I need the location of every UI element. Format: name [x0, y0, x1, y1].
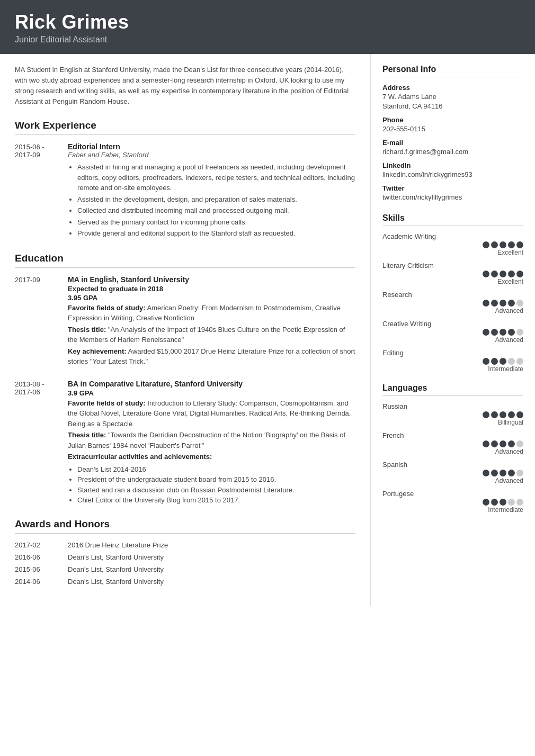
- awards-section-title: Awards and Honors: [15, 518, 355, 530]
- lang-dot: [516, 411, 523, 418]
- lang-spanish: Spanish Advanced: [382, 461, 523, 484]
- work-bullets-list: Assisted in hiring and managing a pool o…: [77, 162, 355, 239]
- work-bullet-2: Assisted in the development, design, and…: [77, 194, 355, 205]
- skill-dot: [500, 329, 506, 336]
- lang-dot: [508, 470, 515, 476]
- skill-dot: [500, 271, 506, 277]
- skill-dot: [491, 241, 498, 248]
- personal-info-address-label: Address: [382, 84, 523, 92]
- body-wrapper: MA Student in English at Stanford Univer…: [0, 54, 535, 606]
- lang-dot: [500, 440, 506, 447]
- lang-level-spanish: Advanced: [382, 477, 523, 484]
- edu-date-ba: 2013-08 -2017-06: [15, 380, 68, 506]
- lang-dot: [483, 470, 489, 476]
- personal-info-email-value: richard.f.grimes@gmail.com: [382, 147, 523, 157]
- lang-dot: [491, 440, 498, 447]
- award-entry-4: 2014-06 Dean's List, Stanford University: [15, 578, 355, 586]
- lang-dots-portugese: [382, 499, 523, 506]
- skills-title: Skills: [382, 213, 523, 223]
- lang-name-french: French: [382, 431, 523, 439]
- skill-dot: [508, 300, 515, 307]
- edu-extra-heading-ba: Extracurricular activities and achieveme…: [68, 453, 212, 461]
- lang-dot: [500, 470, 506, 476]
- edu-gpa-ma: 3.95 GPA: [68, 294, 355, 302]
- edu-expected-ma: Expected to graduate in 2018: [68, 285, 355, 293]
- lang-dot: [508, 411, 515, 418]
- edu-extra-bullets-ba: Dean's List 2014-2016 President of the u…: [77, 464, 355, 506]
- edu-divider: [15, 267, 355, 268]
- award-entry-1: 2017-02 2016 Drue Heinz Literature Prize: [15, 541, 355, 549]
- edu-extra-bullet-2: President of the undergraduate student b…: [77, 474, 355, 485]
- personal-info-twitter-label: Twitter: [382, 184, 523, 192]
- edu-section-title: Education: [15, 253, 355, 264]
- skill-dot: [508, 329, 515, 336]
- candidate-title: Junior Editorial Assistant: [15, 35, 520, 44]
- edu-thesis-ba: Thesis title: "Towards the Derridian Dec…: [68, 430, 355, 451]
- lang-russian: Russian Billingual: [382, 402, 523, 426]
- edu-degree-ma: MA in English, Stanford University: [68, 275, 355, 284]
- edu-thesis-ma: Thesis title: "An Analysis of the Impact…: [68, 325, 355, 345]
- main-column: MA Student in English at Stanford Univer…: [0, 54, 371, 606]
- personal-info-linkedin-value: linkedin.com/in/rickygrimes93: [382, 170, 523, 180]
- edu-details-ba: BA in Comparative Litarature, Stanford U…: [68, 380, 355, 506]
- edu-favorite-ma: Favorite fields of study: American Poetr…: [68, 303, 355, 323]
- edu-degree-ba: BA in Comparative Litarature, Stanford U…: [68, 380, 355, 388]
- lang-dots-french: [382, 440, 523, 447]
- skill-dot: [500, 358, 506, 365]
- skill-editing: Editing Intermediate: [382, 349, 523, 373]
- lang-dots-spanish: [382, 470, 523, 476]
- edu-extra-bullet-1: Dean's List 2014-2016: [77, 464, 355, 475]
- skill-dot: [516, 358, 523, 365]
- lang-name-spanish: Spanish: [382, 461, 523, 469]
- award-text-1: 2016 Drue Heinz Literature Prize: [68, 541, 168, 549]
- skill-dot: [483, 271, 489, 277]
- lang-dots-russian: [382, 411, 523, 418]
- skill-dot: [516, 329, 523, 336]
- edu-thesis-text-ba: "Towards the Derridian Decostruction of …: [68, 431, 345, 449]
- skill-dot: [483, 329, 489, 336]
- work-details: Editorial Intern Faber and Faber, Stanfo…: [68, 142, 355, 240]
- skills-section: Skills Academic Writing Excellent Litera…: [382, 213, 523, 373]
- personal-info-title: Personal Info: [382, 65, 523, 74]
- skill-dots-literary: [382, 271, 523, 277]
- education-section: Education 2017-09 MA in English, Stanfor…: [15, 253, 355, 506]
- work-section-title: Work Experience: [15, 120, 355, 131]
- lang-name-russian: Russian: [382, 402, 523, 410]
- award-date-3: 2015-06: [15, 565, 68, 573]
- lang-dot: [483, 440, 489, 447]
- languages-title: Languages: [382, 383, 523, 393]
- skill-dot: [508, 241, 515, 248]
- sidebar: Personal Info Address 7 W. Adams LaneSta…: [371, 54, 535, 539]
- skill-level-academic: Excellent: [382, 249, 523, 256]
- skill-name-academic: Academic Writing: [382, 232, 523, 240]
- skill-academic-writing: Academic Writing Excellent: [382, 232, 523, 256]
- edu-favorite-label-ba: Favorite fields of study:: [68, 399, 146, 407]
- award-text-4: Dean's List, Stanford University: [68, 578, 164, 586]
- skill-dot: [491, 300, 498, 307]
- award-entry-2: 2016-06 Dean's List, Stanford University: [15, 553, 355, 561]
- edu-entry-ma: 2017-09 MA in English, Stanford Universi…: [15, 275, 355, 368]
- award-date-4: 2014-06: [15, 578, 68, 586]
- skill-dot: [516, 300, 523, 307]
- edu-gpa-ba: 3.9 GPA: [68, 389, 355, 397]
- work-bullet-4: Served as the primary contact for incomi…: [77, 217, 355, 228]
- skill-level-research: Advanced: [382, 307, 523, 314]
- edu-extra-label-ba: Extracurricular activities and achieveme…: [68, 452, 355, 462]
- lang-level-french: Advanced: [382, 448, 523, 455]
- edu-thesis-label-ma: Thesis title:: [68, 326, 106, 334]
- work-title: Editorial Intern: [68, 142, 355, 151]
- skill-name-research: Research: [382, 291, 523, 299]
- lang-dot: [516, 470, 523, 476]
- skill-dot: [508, 271, 515, 277]
- lang-dot: [500, 499, 506, 506]
- edu-thesis-text-ma: "An Analysis of the Impact of 1940s Blue…: [68, 326, 345, 344]
- award-date-2: 2016-06: [15, 553, 68, 561]
- skill-literary-criticism: Literary Criticism Excellent: [382, 262, 523, 285]
- award-entry-3: 2015-06 Dean's List, Stanford University: [15, 565, 355, 573]
- skill-name-creative: Creative Writing: [382, 320, 523, 328]
- lang-level-russian: Billingual: [382, 419, 523, 426]
- skill-dot: [508, 358, 515, 365]
- edu-extra-bullet-4: Chief Editor of the University Blog from…: [77, 495, 355, 506]
- personal-info-email-label: E-mail: [382, 139, 523, 147]
- lang-dot: [491, 470, 498, 476]
